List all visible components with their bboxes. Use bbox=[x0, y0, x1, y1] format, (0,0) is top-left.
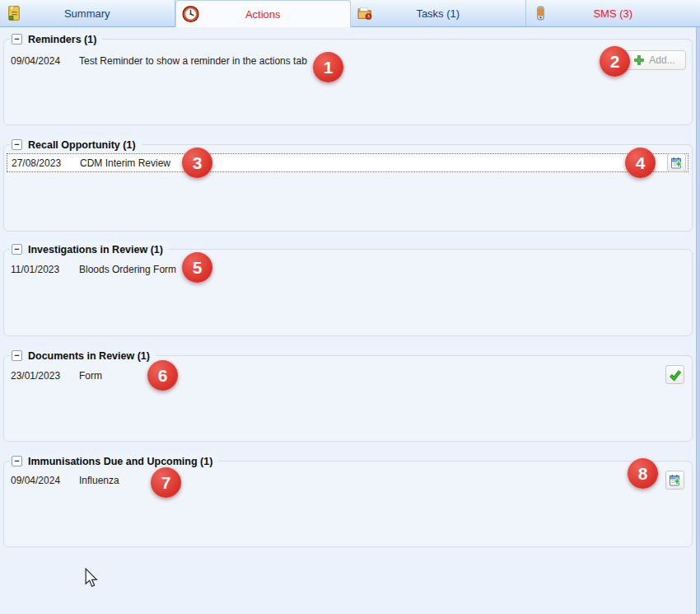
tab-label-tasks: Tasks (1) bbox=[416, 7, 460, 20]
table-row[interactable]: 09/04/2024 Test Reminder to show a remin… bbox=[7, 51, 688, 70]
tasks-folder-icon bbox=[357, 5, 374, 22]
section-reminders: − Reminders (1) 09/04/2024 Test Reminder… bbox=[3, 39, 693, 125]
section-investigations-in-review: − Investigations in Review (1) 11/01/202… bbox=[3, 249, 693, 336]
clock-icon bbox=[182, 6, 199, 23]
section-immunisations-due: − Immunisations Due and Upcoming (1) 09/… bbox=[3, 461, 693, 547]
section-header-reminders: − Reminders (1) bbox=[10, 32, 102, 46]
callout-badge-7: 7 bbox=[151, 467, 181, 498]
collapse-button[interactable]: − bbox=[12, 350, 22, 361]
add-appointment-icon bbox=[669, 474, 682, 487]
check-icon bbox=[669, 368, 682, 382]
collapse-button[interactable]: − bbox=[12, 34, 22, 45]
section-title: Immunisations Due and Upcoming (1) bbox=[28, 456, 212, 467]
row-date: 11/01/2023 bbox=[7, 264, 79, 275]
section-header-investigations: − Investigations in Review (1) bbox=[10, 242, 169, 256]
callout-badge-2: 2 bbox=[600, 46, 630, 77]
table-row[interactable]: 09/04/2024 Influenza bbox=[7, 471, 688, 490]
table-row-selected[interactable]: 27/08/2023 CDM Interim Review bbox=[7, 153, 688, 172]
tab-bar: Summary Actions bbox=[0, 0, 700, 27]
collapse-button[interactable]: − bbox=[12, 456, 22, 466]
callout-badge-1: 1 bbox=[313, 52, 343, 82]
callout-badge-8: 8 bbox=[628, 458, 658, 489]
row-date: 09/04/2024 bbox=[7, 475, 79, 486]
add-appointment-button[interactable] bbox=[667, 153, 686, 172]
section-header-documents: − Documents in Review (1) bbox=[10, 349, 156, 363]
add-button-label: Add... bbox=[649, 54, 674, 66]
green-plus-icon bbox=[634, 55, 644, 65]
add-appointment-icon bbox=[670, 157, 684, 170]
row-text: Test Reminder to show a reminder in the … bbox=[79, 55, 307, 67]
tab-actions[interactable]: Actions bbox=[175, 0, 352, 27]
section-header-recall: − Recall Opportunity (1) bbox=[10, 138, 142, 152]
callout-badge-5: 5 bbox=[182, 252, 212, 283]
add-immunisation-appointment-button[interactable] bbox=[665, 471, 684, 490]
row-text: CDM Interim Review bbox=[80, 157, 170, 169]
section-title: Reminders (1) bbox=[28, 34, 96, 45]
section-title: Documents in Review (1) bbox=[28, 350, 150, 362]
tab-summary[interactable]: Summary bbox=[0, 0, 175, 27]
tab-sms[interactable]: SMS (3) bbox=[526, 0, 700, 27]
callout-badge-6: 6 bbox=[147, 360, 178, 391]
callout-badge-4: 4 bbox=[625, 148, 656, 178]
table-row[interactable]: 11/01/2023 Bloods Ordering Form bbox=[7, 260, 688, 279]
row-date: 09/04/2024 bbox=[7, 55, 79, 67]
row-date: 27/08/2023 bbox=[7, 157, 80, 169]
summary-note-icon bbox=[6, 5, 23, 22]
tab-tasks[interactable]: Tasks (1) bbox=[351, 0, 526, 27]
table-row[interactable]: 23/01/2023 Form bbox=[7, 366, 688, 385]
row-text: Influenza bbox=[79, 475, 119, 486]
section-recall-opportunity: − Recall Opportunity (1) 27/08/2023 CDM … bbox=[3, 144, 693, 232]
section-documents-in-review: − Documents in Review (1) 23/01/2023 For… bbox=[3, 355, 693, 442]
mobile-phone-icon bbox=[532, 5, 549, 22]
callout-badge-3: 3 bbox=[182, 148, 212, 178]
tab-label-actions: Actions bbox=[245, 8, 281, 21]
tab-label-sms: SMS (3) bbox=[593, 7, 632, 20]
row-text: Bloods Ordering Form bbox=[79, 264, 176, 275]
collapse-button[interactable]: − bbox=[12, 139, 22, 150]
patient-actions-screen: Summary Actions bbox=[0, 0, 700, 614]
row-date: 23/01/2023 bbox=[7, 370, 79, 382]
window-right-border bbox=[696, 27, 700, 614]
collapse-button[interactable]: − bbox=[12, 244, 22, 255]
mouse-cursor-icon bbox=[85, 568, 98, 592]
row-text: Form bbox=[79, 370, 102, 382]
add-reminder-button[interactable]: Add... bbox=[623, 50, 686, 70]
section-header-immunisations: − Immunisations Due and Upcoming (1) bbox=[10, 454, 218, 468]
tab-label-summary: Summary bbox=[64, 7, 110, 20]
complete-document-button[interactable] bbox=[665, 365, 684, 384]
section-title: Recall Opportunity (1) bbox=[28, 139, 136, 151]
section-title: Investigations in Review (1) bbox=[28, 244, 163, 255]
